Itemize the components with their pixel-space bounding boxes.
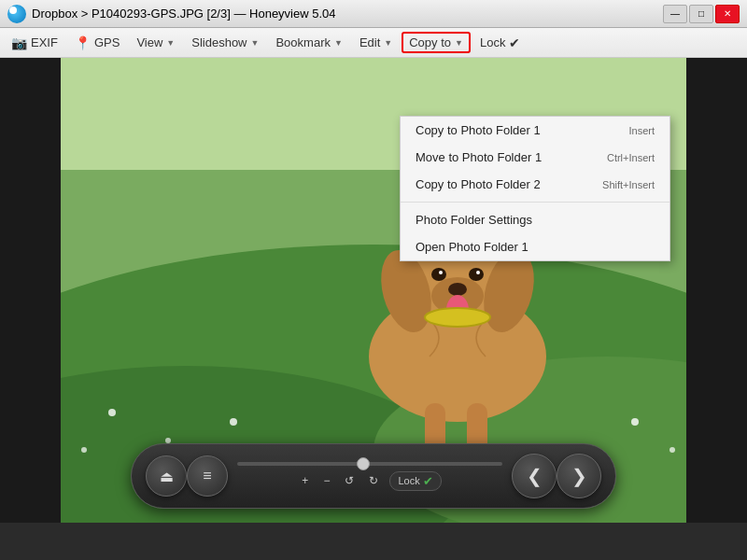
image-area: Copy to Photo Folder 1 Insert Move to Ph… <box>0 58 747 523</box>
titlebar-controls: — □ ✕ <box>663 5 740 23</box>
menu-lock[interactable]: Lock ✔ <box>472 32 528 54</box>
pin-icon: 📍 <box>75 35 91 50</box>
next-icon: ❯ <box>571 465 587 487</box>
menu-slideshow-label: Slideshow <box>191 35 247 49</box>
eject-icon: ⏏ <box>160 468 174 485</box>
menu-icon: ≡ <box>203 468 211 484</box>
titlebar-left: Dropbox > P1040293-GPS.JPG [2/3] — Honey… <box>7 5 336 23</box>
eject-button[interactable]: ⏏ <box>146 455 187 497</box>
maximize-button[interactable]: □ <box>689 5 713 23</box>
move1-shortcut: Ctrl+Insert <box>607 152 655 163</box>
photo-folder-settings[interactable]: Photo Folder Settings <box>401 206 669 233</box>
copy2-label: Copy to Photo Folder 2 <box>416 177 541 191</box>
lock-label: Lock <box>398 475 419 486</box>
svg-point-7 <box>230 418 237 426</box>
svg-point-5 <box>108 409 116 416</box>
menu-exif[interactable]: 📷 EXIF <box>4 32 65 54</box>
window-title: Dropbox > P1040293-GPS.JPG [2/3] — Honey… <box>32 7 336 21</box>
minimize-button[interactable]: — <box>663 5 687 23</box>
svg-point-16 <box>448 283 467 296</box>
menu-copyto-label: Copy to <box>409 35 451 49</box>
menu-button[interactable]: ≡ <box>187 455 228 497</box>
menu-gps-label: GPS <box>94 35 120 49</box>
menu-bookmark[interactable]: Bookmark ▼ <box>268 32 349 53</box>
lock-check-icon: ✔ <box>423 474 433 488</box>
svg-point-26 <box>425 308 490 327</box>
menu-edit-label: Edit <box>359 35 380 49</box>
chevron-down-icon: ▼ <box>384 38 392 48</box>
chevron-down-icon: ▼ <box>166 38 175 48</box>
menu-copyto[interactable]: Copy to ▼ <box>402 32 471 53</box>
zoom-in-button[interactable]: + <box>298 472 312 489</box>
titlebar: Dropbox > P1040293-GPS.JPG [2/3] — Honey… <box>0 0 747 28</box>
copy2-shortcut: Shift+Insert <box>602 179 655 190</box>
bottom-toolbar: ⏏ ≡ + − ↺ ↻ Lock ✔ ❮ ❯ <box>131 443 616 509</box>
svg-rect-28 <box>686 58 747 523</box>
zoom-out-button[interactable]: − <box>319 472 333 489</box>
svg-point-17 <box>431 268 446 281</box>
svg-point-8 <box>81 447 87 453</box>
zoom-slider-track[interactable] <box>237 462 502 466</box>
menu-lock-label: Lock <box>480 35 505 49</box>
menu-edit[interactable]: Edit ▼ <box>352 32 400 53</box>
menu-view[interactable]: View ▼ <box>129 32 182 53</box>
svg-point-11 <box>669 447 675 453</box>
settings-label: Photo Folder Settings <box>416 213 532 227</box>
chevron-down-icon: ▼ <box>251 38 260 48</box>
zoom-slider-area: + − ↺ ↻ Lock ✔ <box>237 462 502 491</box>
copy-photo-folder-1[interactable]: Copy to Photo Folder 1 Insert <box>401 117 669 144</box>
copyto-dropdown: Copy to Photo Folder 1 Insert Move to Ph… <box>400 116 670 261</box>
close-button[interactable]: ✕ <box>715 5 740 23</box>
svg-rect-27 <box>0 58 61 523</box>
svg-point-20 <box>476 271 480 274</box>
open1-label: Open Photo Folder 1 <box>416 240 529 254</box>
bottom-actions: + − ↺ ↻ Lock ✔ <box>298 471 441 491</box>
chevron-down-icon: ▼ <box>334 38 343 48</box>
menubar: 📷 EXIF 📍 GPS View ▼ Slideshow ▼ Bookmark… <box>0 28 747 58</box>
menu-view-label: View <box>136 35 162 49</box>
menu-gps[interactable]: 📍 GPS <box>67 32 127 54</box>
copy1-label: Copy to Photo Folder 1 <box>416 123 541 137</box>
copy-photo-folder-2[interactable]: Copy to Photo Folder 2 Shift+Insert <box>401 171 669 198</box>
menu-slideshow[interactable]: Slideshow ▼ <box>184 32 266 53</box>
svg-point-19 <box>439 271 443 274</box>
lock-button[interactable]: Lock ✔ <box>389 471 441 491</box>
zoom-slider-thumb[interactable] <box>357 457 370 470</box>
menu-divider <box>401 202 669 203</box>
move-photo-folder-1[interactable]: Move to Photo Folder 1 Ctrl+Insert <box>401 144 669 171</box>
next-button[interactable]: ❯ <box>557 454 601 498</box>
check-icon: ✔ <box>509 35 520 50</box>
move1-label: Move to Photo Folder 1 <box>416 150 542 164</box>
svg-point-18 <box>469 268 484 281</box>
rotate-left-button[interactable]: ↺ <box>341 472 358 489</box>
copy1-shortcut: Insert <box>628 125 655 136</box>
rotate-right-button[interactable]: ↻ <box>365 472 382 489</box>
chevron-down-icon: ▼ <box>455 38 463 48</box>
open-photo-folder-1[interactable]: Open Photo Folder 1 <box>401 233 669 260</box>
svg-point-10 <box>631 418 639 426</box>
prev-icon: ❮ <box>527 465 543 487</box>
menu-exif-label: EXIF <box>31 35 58 49</box>
app-icon <box>7 5 26 23</box>
camera-icon: 📷 <box>11 35 27 50</box>
prev-button[interactable]: ❮ <box>512 454 557 498</box>
menu-bookmark-label: Bookmark <box>275 35 331 49</box>
